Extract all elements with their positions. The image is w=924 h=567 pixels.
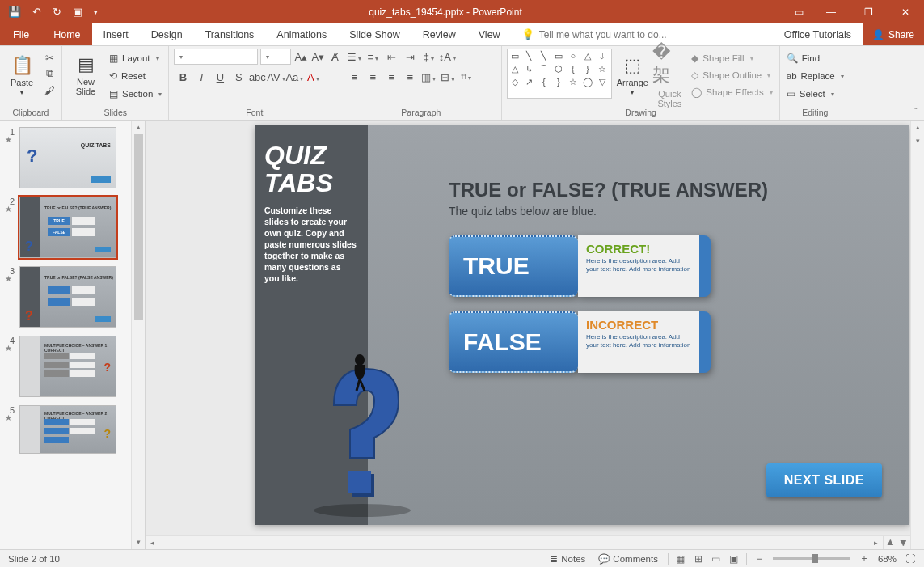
- section-button[interactable]: ▤Section: [108, 86, 163, 102]
- tab-view[interactable]: View: [467, 23, 512, 45]
- paste-button[interactable]: 📋 Paste ▾: [5, 49, 39, 102]
- tab-transitions[interactable]: Transitions: [194, 23, 266, 45]
- tab-office-tutorials[interactable]: Office Tutorials: [773, 23, 863, 45]
- zoom-level[interactable]: 68%: [873, 550, 901, 567]
- notes-button[interactable]: ≣Notes: [543, 550, 592, 567]
- answer-tab-false[interactable]: FALSE INCORRECTHere is the description a…: [449, 311, 885, 373]
- collapse-ribbon-icon[interactable]: ˆ: [908, 46, 924, 120]
- justify-icon[interactable]: ≡: [401, 71, 419, 83]
- scroll-down-icon[interactable]: ▾: [911, 134, 924, 148]
- close-icon[interactable]: ✕: [887, 0, 924, 23]
- slide-heading[interactable]: TRUE or FALSE? (TRUE ANSWER): [449, 179, 885, 201]
- bullets-icon[interactable]: ☰: [345, 51, 363, 63]
- shape-fill-button[interactable]: ◆Shape Fill: [690, 50, 774, 66]
- tab-review[interactable]: Review: [411, 23, 467, 45]
- scroll-left-icon[interactable]: ◂: [146, 536, 159, 549]
- slideshow-view-icon[interactable]: ▣: [725, 553, 743, 565]
- copy-icon[interactable]: ⧉: [42, 66, 57, 81]
- answer-tab-true[interactable]: TRUE CORRECT!Here is the description are…: [449, 235, 885, 297]
- smartart-icon[interactable]: ⌗: [457, 70, 475, 83]
- restore-icon[interactable]: ❐: [850, 0, 887, 23]
- tab-file[interactable]: File: [0, 23, 42, 45]
- tab-animations[interactable]: Animations: [265, 23, 338, 45]
- scroll-up-icon[interactable]: ▴: [911, 121, 924, 134]
- strikethrough-icon[interactable]: abc: [248, 71, 266, 83]
- numbering-icon[interactable]: ≡: [364, 51, 382, 63]
- slide-horizontal-scrollbar[interactable]: ◂ ▸ ⯅ ⯆: [146, 535, 910, 549]
- slide-sidebar-title[interactable]: QUIZ TABS: [264, 142, 358, 197]
- text-direction-icon[interactable]: ↕A: [438, 51, 456, 63]
- minimize-icon[interactable]: —: [812, 0, 850, 23]
- new-slide-button[interactable]: ▤ New Slide: [67, 49, 104, 102]
- font-family-combo[interactable]: [174, 49, 258, 65]
- thumb-slide-4[interactable]: 4★ MULTIPLE CHOICE – ANSWER 1 CORRECT?: [5, 336, 145, 397]
- align-center-icon[interactable]: ≡: [364, 71, 382, 83]
- slide-sidebar-description[interactable]: Customize these slides to create your ow…: [264, 205, 358, 284]
- zoom-slider[interactable]: [773, 557, 850, 560]
- columns-icon[interactable]: ▥: [420, 71, 437, 83]
- tab-insert[interactable]: Insert: [92, 23, 140, 45]
- underline-icon[interactable]: U: [211, 71, 229, 83]
- decrease-font-icon[interactable]: A▾: [310, 49, 325, 64]
- font-size-combo[interactable]: [260, 49, 291, 65]
- ribbon-display-options-icon[interactable]: ▭: [785, 0, 812, 23]
- share-button[interactable]: 👤 Share: [863, 23, 924, 45]
- slide-counter[interactable]: Slide 2 of 10: [5, 554, 543, 564]
- start-from-beginning-icon[interactable]: ▣: [73, 6, 82, 18]
- tab-design[interactable]: Design: [140, 23, 194, 45]
- align-right-icon[interactable]: ≡: [382, 71, 400, 83]
- reset-button[interactable]: ⟲Reset: [108, 68, 163, 84]
- fit-to-window-icon[interactable]: ⛶: [901, 553, 919, 565]
- bold-icon[interactable]: B: [174, 71, 192, 83]
- qat-customize-icon[interactable]: ▾: [94, 8, 98, 16]
- cut-icon[interactable]: ✂: [42, 50, 57, 65]
- zoom-slider-thumb[interactable]: [812, 554, 818, 563]
- previous-slide-icon[interactable]: ⯅: [883, 536, 897, 549]
- thumb-slide-2[interactable]: 2★ TRUE or FALSE? (TRUE ANSWER)TRUEFALSE…: [5, 197, 145, 258]
- scroll-up-icon[interactable]: ▴: [132, 121, 145, 134]
- thumbnails-scrollbar[interactable]: ▴ ▾: [131, 121, 145, 549]
- layout-button[interactable]: ▦Layout: [108, 50, 163, 66]
- slide-sorter-icon[interactable]: ⊞: [690, 553, 707, 565]
- shapes-gallery[interactable]: ▭╲╲▭○△⇩ △↳⌒⬡{}☆ ◇↗{}☆◯▽: [507, 49, 612, 99]
- redo-icon[interactable]: ↻: [53, 6, 61, 18]
- align-left-icon[interactable]: ≡: [345, 71, 363, 83]
- scroll-right-icon[interactable]: ▸: [869, 536, 883, 549]
- select-button[interactable]: ▭Select: [785, 86, 846, 102]
- align-text-icon[interactable]: ⊟: [438, 71, 456, 83]
- char-spacing-icon[interactable]: AV: [267, 71, 285, 83]
- undo-icon[interactable]: ↶: [32, 6, 41, 18]
- shape-outline-button[interactable]: ◇Shape Outline: [690, 67, 774, 83]
- change-case-icon[interactable]: Aa: [285, 71, 303, 83]
- tell-me-search[interactable]: 💡 Tell me what you want to do...: [521, 23, 773, 45]
- tab-slideshow[interactable]: Slide Show: [338, 23, 411, 45]
- next-slide-button[interactable]: NEXT SLIDE: [766, 463, 882, 497]
- thumb-slide-1[interactable]: 1★ ?QUIZ TABS: [5, 127, 145, 188]
- reading-view-icon[interactable]: ▭: [707, 553, 725, 565]
- shape-effects-button[interactable]: ◯Shape Effects: [690, 84, 774, 100]
- shadow-icon[interactable]: S: [230, 71, 247, 83]
- arrange-button[interactable]: ⬚ Arrange ▾: [615, 49, 649, 102]
- thumb-slide-3[interactable]: 3★ TRUE or FALSE? (FALSE ANSWER)?: [5, 266, 145, 328]
- save-icon[interactable]: 💾: [8, 6, 21, 18]
- line-spacing-icon[interactable]: ‡: [420, 51, 437, 63]
- quick-styles-button[interactable]: �架 Quick Styles: [652, 49, 686, 102]
- decrease-indent-icon[interactable]: ⇤: [382, 51, 400, 63]
- replace-button[interactable]: abReplace: [785, 68, 846, 84]
- scroll-down-icon[interactable]: ▾: [132, 535, 145, 549]
- find-button[interactable]: 🔍Find: [785, 50, 846, 66]
- slide-vertical-scrollbar[interactable]: ▴ ▾: [910, 121, 924, 549]
- thumb-slide-5[interactable]: 5★ MULTIPLE CHOICE – ANSWER 2 CORRECT?: [5, 405, 145, 454]
- next-slide-icon[interactable]: ⯆: [897, 536, 910, 549]
- format-painter-icon[interactable]: 🖌: [42, 83, 57, 97]
- comments-button[interactable]: 💬Comments: [592, 550, 665, 567]
- scrollbar-handle[interactable]: [134, 134, 143, 320]
- increase-indent-icon[interactable]: ⇥: [401, 51, 419, 63]
- slide-subheading[interactable]: The quiz tabs below are blue.: [449, 205, 885, 218]
- italic-icon[interactable]: I: [192, 71, 210, 83]
- increase-font-icon[interactable]: A▴: [293, 49, 308, 64]
- slide-canvas[interactable]: QUIZ TABS Customize these slides to crea…: [255, 125, 909, 525]
- zoom-in-icon[interactable]: +: [855, 553, 873, 565]
- tab-home[interactable]: Home: [42, 23, 91, 45]
- zoom-out-icon[interactable]: −: [750, 553, 768, 565]
